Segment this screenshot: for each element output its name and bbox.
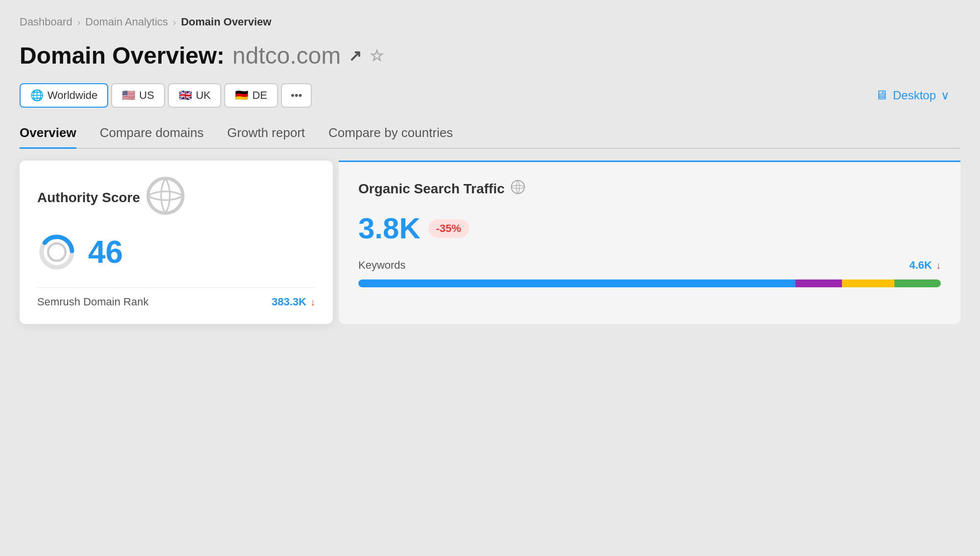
tab-growth-report[interactable]: Growth report — [227, 125, 305, 149]
uk-flag-icon: 🇬🇧 — [179, 89, 192, 102]
filter-bar: 🌐 Worldwide 🇺🇸 US 🇬🇧 UK 🇩🇪 DE ••• 🖥 Desk… — [20, 83, 960, 108]
star-icon[interactable]: ☆ — [370, 46, 384, 65]
region-us[interactable]: 🇺🇸 US — [111, 83, 165, 108]
tabs-nav: Overview Compare domains Growth report C… — [20, 125, 960, 149]
tab-compare-countries[interactable]: Compare by countries — [328, 125, 453, 149]
region-uk[interactable]: 🇬🇧 UK — [168, 83, 222, 108]
monitor-icon: 🖥 — [875, 88, 888, 103]
breadcrumb-sep-2: › — [173, 17, 176, 28]
device-label: Desktop — [893, 89, 936, 102]
device-selector[interactable]: 🖥 Desktop ∨ — [864, 83, 960, 108]
organic-traffic-badge: -35% — [428, 219, 469, 238]
authority-score-card: Authority Score 46 Semrush Domain Rank — [20, 161, 333, 324]
domain-rank-trend-icon: ↓ — [310, 297, 315, 308]
authority-score-value: 46 — [88, 234, 123, 270]
breadcrumb-domain-analytics[interactable]: Domain Analytics — [85, 16, 168, 28]
breadcrumb-dashboard[interactable]: Dashboard — [20, 16, 72, 28]
worldwide-label: Worldwide — [47, 89, 97, 102]
organic-value-row: 3.8K -35% — [358, 211, 941, 245]
progress-segment-purple — [795, 279, 842, 287]
more-regions-button[interactable]: ••• — [281, 83, 312, 108]
de-flag-icon: 🇩🇪 — [235, 89, 248, 102]
breadcrumb-sep-1: › — [77, 17, 81, 28]
organic-globe-icon — [511, 180, 525, 198]
region-worldwide[interactable]: 🌐 Worldwide — [20, 83, 108, 108]
page-title-label: Domain Overview: — [20, 42, 225, 69]
domain-rank-label: Semrush Domain Rank — [37, 296, 148, 308]
chevron-down-icon: ∨ — [941, 89, 950, 102]
tab-overview[interactable]: Overview — [20, 125, 76, 149]
svg-point-4 — [511, 181, 524, 194]
keywords-label: Keywords — [358, 259, 406, 272]
organic-traffic-title: Organic Search Traffic — [358, 180, 941, 198]
domain-rank-stat: Semrush Domain Rank 383.3K ↓ — [37, 287, 315, 308]
svg-point-3 — [48, 243, 66, 261]
breadcrumb-current: Domain Overview — [181, 16, 272, 28]
domain-rank-value: 383.3K ↓ — [272, 296, 315, 308]
domain-name: ndtco.com — [233, 42, 341, 69]
keywords-value: 4.6K ↓ — [910, 259, 941, 272]
us-label: US — [139, 89, 154, 102]
organic-traffic-card: Organic Search Traffic 3.8K -35% Keyword… — [339, 161, 960, 324]
keywords-trend-icon: ↓ — [936, 260, 941, 271]
de-label: DE — [252, 89, 267, 102]
authority-score-title: Authority Score — [37, 176, 315, 219]
progress-segment-blue — [358, 279, 795, 287]
page-title: Domain Overview: ndtco.com ↗ ☆ — [20, 42, 960, 69]
keywords-progress-bar — [358, 279, 941, 287]
donut-chart — [37, 232, 76, 272]
external-link-icon[interactable]: ↗ — [349, 46, 362, 65]
uk-label: UK — [196, 89, 211, 102]
region-de[interactable]: 🇩🇪 DE — [224, 83, 278, 108]
tab-compare-domains[interactable]: Compare domains — [100, 125, 204, 149]
svg-point-0 — [148, 178, 183, 213]
authority-globe-icon — [146, 176, 185, 219]
worldwide-flag-icon: 🌐 — [30, 89, 44, 102]
progress-segment-green — [894, 279, 941, 287]
keywords-row: Keywords 4.6K ↓ — [358, 259, 941, 272]
score-row: 46 — [37, 232, 315, 272]
cards-container: Authority Score 46 Semrush Domain Rank — [20, 161, 960, 324]
organic-traffic-value: 3.8K — [358, 211, 420, 245]
us-flag-icon: 🇺🇸 — [122, 89, 135, 102]
breadcrumb: Dashboard › Domain Analytics › Domain Ov… — [20, 16, 960, 28]
progress-segment-yellow — [842, 279, 894, 287]
